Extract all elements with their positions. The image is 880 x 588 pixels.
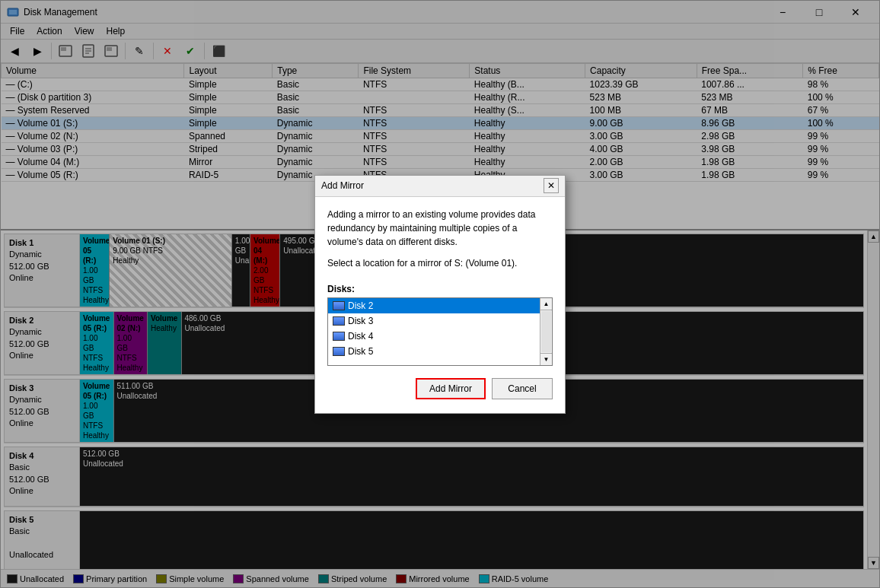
add-mirror-button[interactable]: Add Mirror <box>416 378 486 399</box>
disk-list: Disk 2Disk 3Disk 4Disk 5 <box>328 298 540 365</box>
disk-list-label: Disk 2 <box>348 300 373 311</box>
listbox-scrollbar[interactable]: ▲ ▼ <box>540 298 552 365</box>
disk-list-label: Disk 5 <box>348 346 373 357</box>
dialog-body: Adding a mirror to an existing volume pr… <box>315 197 565 413</box>
list-scroll-up[interactable]: ▲ <box>540 298 552 310</box>
disk-list-item[interactable]: Disk 3 <box>328 313 540 329</box>
disk-icon <box>333 301 345 310</box>
dialog-close-button[interactable]: ✕ <box>544 178 559 193</box>
dialog-title: Add Mirror <box>321 180 364 191</box>
app-window: Disk Management − □ ✕ File Action View H… <box>0 0 880 588</box>
list-scroll-down[interactable]: ▼ <box>540 353 552 365</box>
disk-icon <box>333 332 345 341</box>
dialog-select-label: Select a location for a mirror of S: (Vo… <box>327 258 553 269</box>
disk-list-label: Disk 4 <box>348 331 373 342</box>
disk-list-label: Disk 3 <box>348 316 373 326</box>
cancel-button[interactable]: Cancel <box>492 378 553 399</box>
disk-list-item[interactable]: Disk 4 <box>328 329 540 344</box>
dialog-description: Adding a mirror to an existing volume pr… <box>327 208 553 249</box>
dialog-title-bar: Add Mirror ✕ <box>315 176 565 197</box>
dialog-disks-label: Disks: <box>327 284 553 294</box>
disk-list-item[interactable]: Disk 2 <box>328 298 540 313</box>
modal-overlay: Add Mirror ✕ Adding a mirror to an exist… <box>0 0 880 588</box>
add-mirror-dialog: Add Mirror ✕ Adding a mirror to an exist… <box>314 175 566 414</box>
disk-listbox: Disk 2Disk 3Disk 4Disk 5 ▲ ▼ <box>327 297 553 366</box>
dialog-buttons: Add Mirror Cancel <box>327 378 553 402</box>
disk-icon <box>333 347 345 356</box>
disk-icon <box>333 316 345 326</box>
disk-list-item[interactable]: Disk 5 <box>328 344 540 359</box>
